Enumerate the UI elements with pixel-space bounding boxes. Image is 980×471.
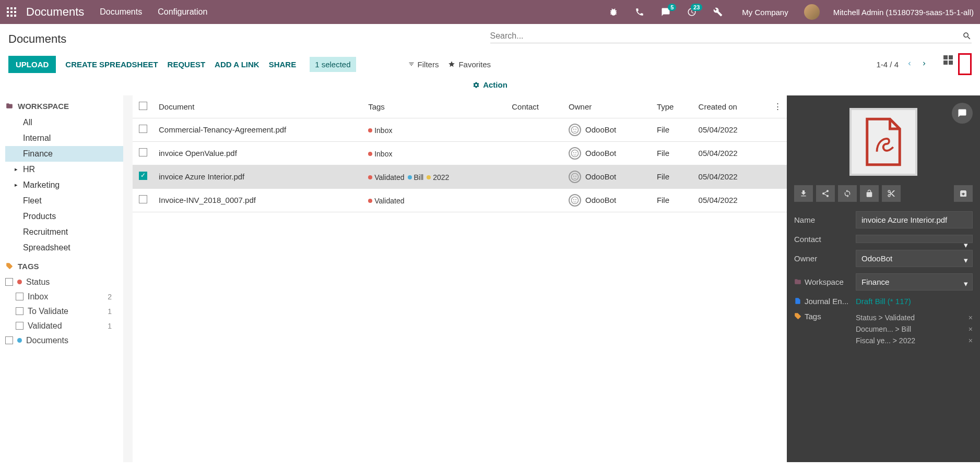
- table-row[interactable]: Invoice-INV_2018_0007.pdfValidatedOdooBo…: [133, 188, 787, 212]
- tag-item-inbox[interactable]: Inbox2: [5, 289, 127, 304]
- tag-group-documents[interactable]: Documents: [5, 333, 127, 348]
- owner-avatar-icon: [569, 171, 581, 183]
- search-icon[interactable]: [962, 31, 972, 41]
- search-input[interactable]: [490, 31, 963, 41]
- svg-rect-9: [943, 55, 948, 59]
- search-bar[interactable]: [490, 29, 972, 43]
- nav-link-configuration[interactable]: Configuration: [158, 7, 207, 17]
- checkbox[interactable]: [16, 293, 23, 300]
- select-all-checkbox[interactable]: [139, 102, 147, 110]
- column-options-icon[interactable]: ⋮: [769, 95, 787, 118]
- upload-button[interactable]: UPLOAD: [8, 56, 56, 73]
- archive-icon[interactable]: [954, 185, 973, 202]
- tag-group-status[interactable]: Status: [5, 275, 127, 289]
- apps-icon[interactable]: [6, 7, 17, 17]
- request-button[interactable]: REQUEST: [168, 60, 206, 69]
- tags-header[interactable]: TAGS: [5, 262, 127, 271]
- pager-prev[interactable]: [906, 60, 913, 69]
- cell-tags: Validated: [363, 188, 506, 212]
- share-button[interactable]: SHARE: [269, 60, 297, 69]
- pager-next[interactable]: [920, 60, 928, 69]
- owner-avatar-icon: [569, 147, 581, 160]
- sidebar-item-products[interactable]: Products: [5, 209, 127, 224]
- remove-tag-icon[interactable]: ×: [969, 336, 973, 345]
- tools-icon[interactable]: [713, 7, 723, 17]
- cell-tags: Inbox: [363, 118, 506, 141]
- checkbox[interactable]: [16, 322, 23, 330]
- table-row[interactable]: invoice OpenValue.pdfInboxOdooBotFile05/…: [133, 141, 787, 165]
- pager-count[interactable]: 1-4 / 4: [876, 60, 899, 69]
- svg-point-27: [575, 175, 576, 176]
- kanban-view-button[interactable]: [941, 53, 955, 67]
- chevron-down-icon: ▾: [964, 256, 968, 265]
- checkbox[interactable]: [5, 336, 13, 344]
- cell-created: 05/04/2022: [693, 118, 769, 141]
- sidebar-item-label: Marketing: [23, 180, 60, 190]
- cell-tags: ValidatedBill2022: [363, 165, 506, 188]
- journal-entry-link[interactable]: Draft Bill (* 117): [856, 297, 911, 306]
- sidebar-item-fleet[interactable]: Fleet: [5, 193, 127, 209]
- nav-link-documents[interactable]: Documents: [100, 7, 142, 17]
- add-link-button[interactable]: ADD A LINK: [215, 60, 259, 69]
- column-type[interactable]: Type: [652, 95, 693, 118]
- action-dropdown[interactable]: Action: [473, 80, 507, 89]
- username[interactable]: Mitchell Admin (15180739-saas-15-1-all): [833, 8, 974, 17]
- name-field-input[interactable]: invoice Azure Interior.pdf: [856, 211, 973, 228]
- svg-point-30: [575, 199, 576, 200]
- owner-field-input[interactable]: OdooBot▾: [856, 250, 973, 267]
- svg-rect-2: [14, 7, 16, 9]
- checkbox[interactable]: [5, 278, 13, 286]
- create-spreadsheet-button[interactable]: CREATE SPREADSHEET: [65, 60, 158, 69]
- app-title[interactable]: Documents: [26, 5, 84, 19]
- company-selector[interactable]: My Company: [742, 8, 788, 17]
- sidebar-item-all[interactable]: All: [5, 115, 127, 130]
- panel-actions: [794, 185, 973, 202]
- filters-dropdown[interactable]: Filters: [408, 60, 439, 69]
- sidebar-item-finance[interactable]: Finance: [5, 146, 127, 162]
- user-avatar[interactable]: [804, 4, 820, 20]
- tag-item-to-validate[interactable]: To Validate1: [5, 304, 127, 319]
- messages-icon[interactable]: 5: [660, 7, 671, 17]
- sidebar-item-label: Finance: [23, 149, 53, 159]
- chat-button[interactable]: [952, 103, 973, 124]
- sidebar-item-recruitment[interactable]: Recruitment: [5, 224, 127, 240]
- replace-icon[interactable]: [838, 185, 857, 202]
- column-owner[interactable]: Owner: [563, 95, 652, 118]
- svg-rect-8: [14, 15, 16, 17]
- workspace-field-input[interactable]: Finance▾: [856, 273, 973, 291]
- row-checkbox[interactable]: [139, 148, 147, 156]
- contact-field-input[interactable]: ▾: [856, 235, 973, 243]
- document-preview[interactable]: [849, 108, 917, 176]
- tag-chip: Bill: [408, 173, 424, 182]
- tag-item-validated[interactable]: Validated1: [5, 319, 127, 333]
- sidebar-item-internal[interactable]: Internal: [5, 130, 127, 146]
- favorites-dropdown[interactable]: Favorites: [448, 60, 491, 69]
- checkbox[interactable]: [16, 307, 23, 315]
- activities-icon[interactable]: 23: [687, 7, 697, 17]
- sidebar-item-spreadsheet[interactable]: Spreadsheet: [5, 240, 127, 256]
- scissors-icon[interactable]: [882, 185, 901, 202]
- phone-icon[interactable]: [634, 7, 645, 17]
- bug-icon[interactable]: [608, 7, 619, 17]
- column-contact[interactable]: Contact: [506, 95, 563, 118]
- table-row[interactable]: invoice Azure Interior.pdfValidatedBill2…: [133, 165, 787, 188]
- download-icon[interactable]: [794, 185, 813, 202]
- list-view-button[interactable]: [958, 53, 972, 75]
- row-checkbox[interactable]: [139, 195, 147, 203]
- lock-icon[interactable]: [860, 185, 879, 202]
- share-icon[interactable]: [816, 185, 835, 202]
- remove-tag-icon[interactable]: ×: [969, 325, 973, 333]
- row-checkbox[interactable]: [139, 172, 147, 180]
- sidebar-item-hr[interactable]: ▸HR: [5, 162, 127, 177]
- detail-tag-row: Documen... > Bill×: [856, 323, 973, 335]
- workspace-header[interactable]: WORKSPACE: [5, 102, 127, 111]
- row-checkbox[interactable]: [139, 125, 147, 133]
- column-tags[interactable]: Tags: [363, 95, 506, 118]
- column-document[interactable]: Document: [154, 95, 363, 118]
- column-created[interactable]: Created on: [693, 95, 769, 118]
- cell-document: invoice OpenValue.pdf: [154, 141, 363, 165]
- remove-tag-icon[interactable]: ×: [969, 313, 973, 322]
- table-row[interactable]: Commercial-Tenancy-Agreement.pdfInboxOdo…: [133, 118, 787, 141]
- svg-point-21: [575, 128, 576, 129]
- sidebar-item-marketing[interactable]: ▸Marketing: [5, 177, 127, 193]
